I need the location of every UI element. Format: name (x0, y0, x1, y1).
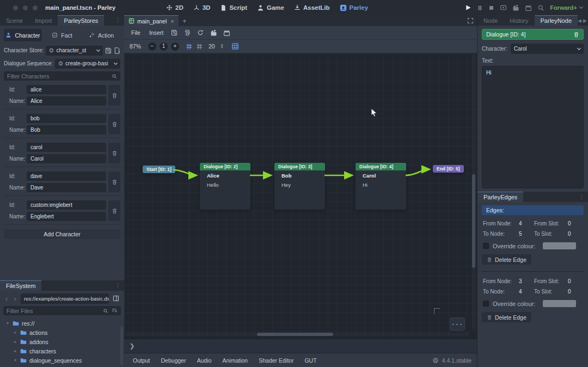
chevron-expanded-icon[interactable]: ▾ (5, 321, 10, 326)
refresh-icon[interactable] (194, 28, 206, 38)
minimap-toggle-icon[interactable] (231, 42, 239, 50)
filter-characters-input[interactable]: Filter Characters (4, 71, 120, 81)
panel-gut[interactable]: GUT (300, 356, 321, 365)
edge-4-to-end[interactable] (406, 169, 429, 175)
workspace-2d[interactable]: 2D (166, 4, 183, 11)
tree-item-dialogue-sequences[interactable]: ▾ dialogue_sequences (5, 356, 121, 365)
graph-node-dialogue-2[interactable]: Dialogue [ID: 2] Alice Hello (200, 163, 250, 210)
play-icon[interactable] (465, 4, 471, 11)
dock-menu-icon[interactable]: ⋮ (112, 280, 124, 291)
chevron-collapsed-icon[interactable]: ▸ (13, 339, 17, 344)
window-dot-icon[interactable] (13, 5, 18, 10)
stop-icon[interactable] (488, 5, 494, 11)
expand-panel-icon[interactable] (467, 15, 474, 26)
history-back-icon[interactable]: ◀ (578, 18, 581, 23)
colour-swatch[interactable] (543, 242, 576, 249)
current-path-field[interactable]: res://examples/create-action-basic.ds (21, 293, 109, 304)
filter-files-input[interactable]: Filter Files (3, 306, 121, 315)
delete-character-button[interactable] (108, 114, 120, 134)
panel-debugger[interactable]: Debugger (157, 356, 191, 365)
profiler-magnifier-icon[interactable] (537, 4, 544, 11)
zoom-out-icon[interactable]: − (148, 42, 156, 51)
window-controls[interactable] (13, 5, 38, 10)
character-name-field[interactable]: Carol (27, 154, 106, 163)
snap-distance-stepper[interactable]: ▲▼ (220, 44, 224, 49)
workspace-game[interactable]: Game (257, 4, 284, 11)
test-dialogue-icon[interactable] (207, 28, 219, 38)
character-name-field[interactable]: Bob (27, 125, 106, 134)
save-store-icon[interactable] (105, 47, 112, 54)
dialogue-sequence-select[interactable]: create-group-basi (55, 59, 120, 69)
save-icon[interactable] (168, 28, 180, 38)
panel-output[interactable]: Output (128, 356, 155, 365)
tree-item-actions[interactable]: ▸ actions (5, 328, 121, 337)
stepper-down-icon[interactable]: ▼ (220, 46, 224, 49)
graph-node-dialogue-4[interactable]: Dialogue [ID: 4] Carol Hi (356, 163, 406, 210)
zoom-reset-icon[interactable]: 1 (160, 42, 168, 51)
character-store-select[interactable]: character_st (46, 46, 103, 56)
split-view-icon[interactable] (111, 293, 121, 303)
workspace-script[interactable]: Script (220, 4, 247, 11)
character-select[interactable]: Carol (511, 44, 584, 54)
character-id-field[interactable]: dave (27, 172, 106, 181)
new-store-icon[interactable] (114, 47, 120, 54)
run-movie-icon[interactable] (525, 4, 532, 11)
delete-character-button[interactable] (108, 85, 120, 106)
store-tab-fact[interactable]: Fact (43, 29, 81, 41)
nav-back-icon[interactable]: ‹ (3, 295, 10, 303)
graph-node-start[interactable]: Start [ID: 1] (143, 166, 175, 173)
close-icon[interactable]: × (170, 18, 174, 25)
history-forward-icon[interactable]: ▶ (583, 18, 587, 23)
window-dot-icon[interactable] (23, 5, 28, 10)
graph-node-dialogue-3[interactable]: Dialogue [ID: 3] Bob Hey (274, 163, 325, 210)
graph-node-end[interactable]: End [ID: 5] (433, 165, 464, 173)
character-id-field[interactable]: alice (27, 85, 106, 94)
character-name-field[interactable]: Dave (27, 183, 106, 192)
store-tab-action[interactable]: Action (82, 29, 120, 41)
character-id-field[interactable]: bob (27, 114, 106, 123)
colour-swatch[interactable] (543, 300, 576, 307)
sort-icon[interactable] (112, 308, 118, 314)
panel-shader-editor[interactable]: Shader Editor (254, 356, 298, 365)
dock-menu-icon[interactable]: ⋮ (112, 15, 124, 26)
tree-item-characters[interactable]: ▸ characters (5, 346, 121, 356)
delete-node-trash-icon[interactable] (573, 32, 579, 38)
minimap-button[interactable]: ▪ ▪ ▪ (450, 317, 465, 331)
window-dot-icon[interactable] (33, 5, 38, 10)
dock-menu-icon[interactable]: ⋮ (575, 192, 588, 202)
workspace-parley[interactable]: Parley (340, 4, 369, 11)
character-id-field[interactable]: carol (27, 143, 106, 152)
nav-forward-icon[interactable]: › (12, 295, 19, 303)
workspace-3d[interactable]: 3D (193, 4, 211, 11)
tab-history[interactable]: History (504, 15, 534, 26)
panel-audio[interactable]: Audio (193, 356, 216, 365)
zoom-in-icon[interactable]: + (171, 42, 179, 51)
print-icon[interactable] (181, 28, 193, 38)
tab-scene[interactable]: Scene (0, 15, 29, 26)
character-name-field[interactable]: Alice (27, 96, 106, 106)
graph-horizontal-scrollbar[interactable] (125, 333, 469, 336)
add-tab-button[interactable]: + (179, 15, 191, 26)
delete-character-button[interactable] (108, 200, 120, 221)
delete-edge-button[interactable]: Delete Edge (482, 312, 531, 322)
tab-parleyedges[interactable]: ParleyEdges (477, 192, 523, 202)
character-name-field[interactable]: Englebert (27, 212, 106, 221)
panel-animation[interactable]: Animation (218, 356, 253, 365)
workspace-assetlib[interactable]: AssetLib (294, 4, 330, 11)
tab-main-panel[interactable]: main_panel × (124, 15, 179, 26)
character-id-field[interactable]: custom:englebert (27, 200, 106, 210)
remote-debug-icon[interactable] (500, 4, 507, 11)
chevron-collapsed-icon[interactable]: ▸ (13, 348, 17, 353)
delete-character-button[interactable] (108, 172, 120, 192)
graph-vertical-scrollbar[interactable] (472, 54, 475, 330)
dialogue-graph-canvas[interactable]: Start [ID: 1] Dialogue [ID: 2] Alice Hel… (124, 53, 477, 339)
delete-character-button[interactable] (108, 143, 120, 163)
override-colour-checkbox[interactable] (483, 301, 489, 307)
snap-grid-icon[interactable] (186, 43, 193, 50)
renderer-select[interactable]: Forward+ (550, 4, 583, 11)
tree-item-res[interactable]: ▾ res:// (5, 319, 121, 328)
store-tab-character[interactable]: Character (4, 29, 42, 41)
tab-parleynode[interactable]: ParleyNode (535, 15, 578, 26)
tree-item-addons[interactable]: ▸ addons (5, 337, 121, 346)
chevron-expanded-icon[interactable]: ▾ (13, 358, 17, 363)
